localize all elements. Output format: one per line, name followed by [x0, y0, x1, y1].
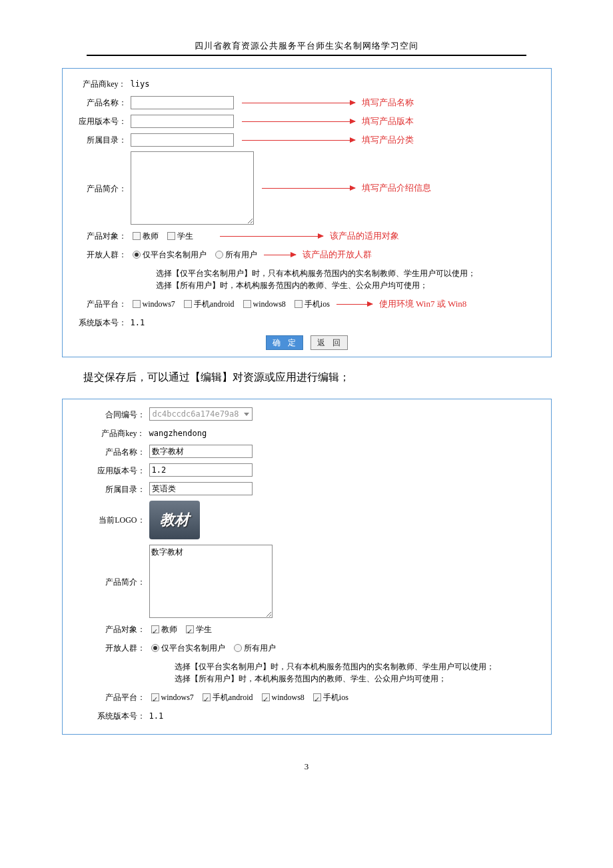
header-rule — [87, 55, 526, 56]
value-sys-version: 1.1 — [131, 315, 145, 330]
label-contract: 合同编号： — [69, 407, 149, 422]
checkbox-student[interactable]: 学生 — [165, 229, 193, 243]
label-intro: 产品简介： — [69, 151, 131, 196]
open-scope-note: 选择【仅平台实名制用户】时，只有本机构服务范围内的实名制教师、学生用户可以使用；… — [156, 267, 544, 291]
value-vendor-key: liys — [131, 77, 150, 91]
checkbox-student[interactable]: 学生 — [184, 622, 212, 637]
input-version[interactable] — [149, 463, 253, 477]
value-vendor-key: wangzhendong — [149, 426, 207, 441]
label-logo: 当前LOGO： — [69, 513, 149, 527]
page-header: 四川省教育资源公共服务平台师生实名制网络学习空间 — [0, 40, 613, 52]
label-category: 所属目录： — [69, 482, 149, 497]
chevron-down-icon — [244, 413, 249, 416]
label-platform: 产品平台： — [69, 690, 149, 705]
back-button[interactable]: 返 回 — [310, 335, 348, 350]
arrow-icon — [242, 121, 355, 122]
annotation-name: 填写产品名称 — [362, 95, 414, 110]
input-name[interactable] — [149, 445, 253, 458]
label-vendor-key: 产品商key： — [69, 426, 149, 441]
confirm-button[interactable]: 确 定 — [266, 335, 303, 350]
label-version: 应用版本号： — [69, 463, 149, 478]
radio-all-users[interactable]: 所有用户 — [213, 247, 257, 262]
input-category[interactable] — [131, 133, 234, 147]
label-target: 产品对象： — [69, 622, 149, 637]
checkbox-android[interactable]: 手机android — [201, 690, 253, 705]
label-category: 所属目录： — [69, 133, 131, 147]
checkbox-windows7[interactable]: windows7 — [131, 297, 175, 311]
form-panel-create: 产品商key： liys 产品名称： 填写产品名称 应用版本号： 填写产品版本 … — [62, 68, 552, 357]
label-platform: 产品平台： — [69, 297, 131, 311]
checkbox-windows8[interactable]: windows8 — [260, 690, 305, 705]
label-target: 产品对象： — [69, 229, 131, 243]
radio-all-users[interactable]: 所有用户 — [232, 641, 276, 655]
arrow-icon — [220, 236, 323, 237]
radio-real-name[interactable]: 仅平台实名制用户 — [149, 641, 225, 655]
label-name: 产品名称： — [69, 95, 131, 110]
label-sys-version: 系统版本号： — [69, 315, 131, 330]
annotation-version: 填写产品版本 — [362, 114, 414, 129]
page-number: 3 — [0, 761, 613, 772]
annotation-platform: 使用环境 Win7 或 Win8 — [379, 297, 466, 311]
label-sys-version: 系统版本号： — [69, 709, 149, 723]
checkbox-ios[interactable]: 手机ios — [311, 690, 348, 705]
value-sys-version: 1.1 — [149, 709, 164, 723]
checkbox-windows7[interactable]: windows7 — [149, 690, 194, 705]
logo-image: 教材 — [149, 501, 200, 539]
input-name[interactable] — [131, 96, 234, 109]
checkbox-ios[interactable]: 手机ios — [293, 297, 330, 311]
label-name: 产品名称： — [69, 445, 149, 459]
form-panel-edit: 合同编号： dc4bccdc6a174e79a8 产品商key： wangzhe… — [62, 399, 552, 735]
annotation-target: 该产品的适用对象 — [330, 229, 399, 243]
arrow-icon — [336, 304, 372, 305]
label-open-to: 开放人群： — [69, 247, 131, 262]
annotation-category: 填写产品分类 — [362, 133, 414, 147]
arrow-icon — [242, 103, 355, 103]
checkbox-teacher[interactable]: 教师 — [131, 229, 159, 243]
textarea-intro[interactable] — [131, 151, 254, 225]
label-open-to: 开放人群： — [69, 641, 149, 655]
open-scope-note: 选择【仅平台实名制用户】时，只有本机构服务范围内的实名制教师、学生用户可以使用；… — [175, 661, 544, 685]
annotation-open: 该产品的开放人群 — [303, 247, 372, 262]
label-vendor-key: 产品商key： — [69, 77, 131, 91]
arrow-icon — [242, 140, 355, 141]
checkbox-teacher[interactable]: 教师 — [149, 622, 177, 637]
checkbox-android[interactable]: 手机android — [182, 297, 235, 311]
textarea-intro[interactable] — [149, 545, 273, 618]
annotation-intro: 填写产品介绍信息 — [362, 181, 431, 195]
label-intro: 产品简介： — [69, 545, 149, 589]
arrow-icon — [264, 255, 296, 255]
input-category[interactable] — [149, 482, 253, 495]
input-version[interactable] — [131, 115, 234, 128]
checkbox-windows8[interactable]: windows8 — [241, 297, 286, 311]
radio-real-name[interactable]: 仅平台实名制用户 — [131, 247, 207, 262]
arrow-icon — [262, 188, 355, 189]
select-contract[interactable]: dc4bccdc6a174e79a8 — [149, 407, 253, 421]
body-text: 提交保存后，可以通过【编辑】对资源或应用进行编辑； — [62, 369, 552, 385]
label-version: 应用版本号： — [69, 114, 131, 129]
